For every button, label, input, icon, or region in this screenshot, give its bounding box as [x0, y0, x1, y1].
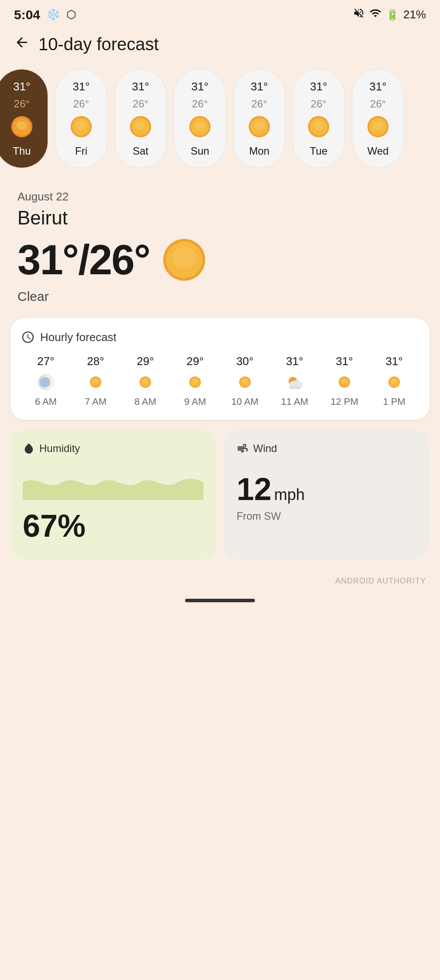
low-temp: 26°	[311, 98, 327, 110]
day-card-tue[interactable]: 31° 26° Tue	[292, 69, 345, 168]
day-label: Fri	[75, 145, 87, 157]
sun-icon-hourly	[86, 373, 105, 392]
wind-speed: 12	[237, 472, 272, 507]
sun-icon	[69, 114, 93, 139]
humidity-title: Humidity	[23, 442, 203, 455]
page-title: 10-day forecast	[38, 35, 159, 54]
status-right: 🔋 21%	[353, 7, 426, 22]
day-card-sun[interactable]: 31° 26° Sun	[174, 69, 226, 168]
svg-point-32	[192, 379, 198, 384]
sun-icon	[128, 114, 153, 139]
humidity-wave	[23, 465, 203, 500]
hour-item-1-pm: 31° 1 PM	[369, 355, 419, 407]
low-temp: 26°	[370, 98, 386, 110]
svg-point-23	[172, 247, 196, 268]
hour-item-11-am: 31° 11 AM	[270, 355, 320, 407]
low-temp: 26°	[133, 98, 148, 110]
svg-point-35	[242, 379, 248, 384]
wifi-icon	[369, 7, 382, 22]
battery-icon: 🔋	[386, 9, 399, 21]
moon-icon	[36, 373, 55, 392]
nav-pill	[185, 599, 255, 602]
svg-point-5	[76, 121, 86, 130]
sun-icon-hourly	[186, 373, 205, 392]
day-card-sat[interactable]: 31° 26° Sat	[114, 69, 167, 168]
sun-icon	[366, 114, 390, 139]
humidity-card: Humidity 67%	[10, 430, 216, 559]
high-temp: 31°	[369, 80, 386, 93]
svg-rect-40	[289, 386, 301, 389]
sun-icon	[306, 114, 331, 139]
nav-bar	[0, 594, 440, 607]
day-label: Thu	[13, 145, 31, 157]
low-temp: 26°	[251, 98, 267, 110]
main-temperature: 31°/26°	[17, 239, 150, 281]
bottom-cards: Humidity 67% Wind 12mph From SW	[0, 430, 440, 559]
status-time: 5:04	[14, 7, 40, 22]
main-sun-icon	[160, 236, 208, 284]
sun-icon-hourly	[235, 373, 254, 392]
high-temp: 31°	[191, 80, 208, 93]
day-label: Sun	[191, 145, 210, 157]
date-label: August 22	[17, 190, 423, 204]
svg-point-8	[135, 121, 146, 130]
low-temp: 26°	[14, 98, 30, 110]
cloud-sync-icon: ⬡	[66, 8, 76, 21]
day-label: Sat	[133, 145, 148, 157]
hourly-title: Hourly forecast	[21, 330, 419, 344]
svg-point-46	[391, 379, 397, 384]
svg-point-17	[313, 121, 324, 130]
day-card-wed[interactable]: 31° 26° Wed	[352, 69, 404, 168]
wind-direction: From SW	[237, 510, 417, 522]
high-temp: 31°	[251, 80, 268, 93]
svg-point-43	[341, 379, 347, 384]
hour-item-10-am: 30° 10 AM	[220, 355, 270, 407]
watermark: ANDROID AUTHORITY	[0, 576, 440, 594]
status-bar: 5:04 ❄️ ⬡ 🔋 21%	[0, 0, 440, 26]
sun-icon	[10, 114, 34, 139]
temperature-row: 31°/26°	[17, 236, 423, 284]
day-label: Tue	[310, 145, 327, 157]
day-card-fri[interactable]: 31° 26° Fri	[55, 69, 107, 168]
svg-point-2	[17, 121, 27, 130]
sun-icon-hourly	[335, 373, 354, 392]
header: 10-day forecast	[0, 26, 440, 65]
svg-point-11	[195, 121, 205, 130]
clock-icon	[21, 330, 35, 344]
hour-item-9-am: 29° 9 AM	[170, 355, 220, 407]
sun-icon-hourly	[385, 373, 404, 392]
svg-point-14	[254, 121, 265, 130]
high-temp: 31°	[132, 80, 149, 93]
wind-card: Wind 12mph From SW	[224, 430, 430, 559]
back-button[interactable]	[14, 35, 30, 54]
low-temp: 26°	[192, 98, 208, 110]
day-card-mon[interactable]: 31° 26° Mon	[233, 69, 285, 168]
battery-percent: 21%	[403, 8, 426, 21]
high-temp: 31°	[310, 80, 327, 93]
hour-item-7-am: 28° 7 AM	[71, 355, 120, 407]
day-card-thu[interactable]: 31° 26° Thu	[0, 69, 48, 168]
day-label: Wed	[368, 145, 389, 157]
hour-item-8-am: 29° 8 AM	[120, 355, 170, 407]
svg-point-20	[373, 121, 383, 130]
hourly-forecast-card: Hourly forecast 27° 6 AM 28° 7 AM 29° 8 …	[10, 318, 430, 420]
sun-icon	[247, 114, 272, 139]
humidity-value: 67%	[23, 509, 203, 543]
day-forecast-scroll[interactable]: 31° 26° Thu 31° 26° Fri 31° 26° Sat 31° …	[0, 65, 440, 173]
hourly-items: 27° 6 AM 28° 7 AM 29° 8 AM 29° 9 AM	[21, 355, 419, 407]
wind-title: Wind	[237, 442, 417, 455]
sun-icon	[188, 114, 212, 139]
high-temp: 31°	[72, 80, 89, 93]
humidity-icon	[23, 442, 35, 455]
low-temp: 26°	[73, 98, 89, 110]
sun-cloud-icon	[285, 373, 304, 392]
wind-icon	[237, 442, 249, 455]
condition-label: Clear	[17, 289, 423, 304]
day-label: Mon	[249, 145, 270, 157]
wind-unit: mph	[274, 486, 305, 504]
hour-item-6-am: 27° 6 AM	[21, 355, 71, 407]
svg-point-26	[93, 379, 99, 384]
city-label: Beirut	[17, 207, 423, 229]
status-left: 5:04 ❄️ ⬡	[14, 7, 76, 22]
hour-item-12-pm: 31° 12 PM	[320, 355, 369, 407]
